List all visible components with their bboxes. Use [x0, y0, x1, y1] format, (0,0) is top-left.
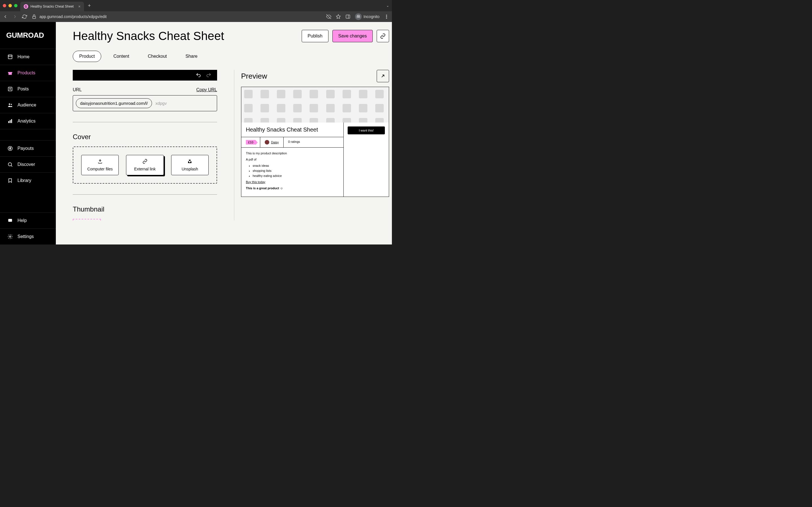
main-content: Healthy Snacks Cheat Sheet Publish Save …: [56, 22, 392, 244]
redo-icon[interactable]: [206, 72, 211, 78]
cover-option-unsplash[interactable]: Unsplash: [171, 155, 209, 175]
eye-off-icon[interactable]: [326, 14, 331, 19]
new-tab-button[interactable]: +: [88, 3, 91, 9]
list-item: shopping lists: [253, 169, 339, 172]
svg-rect-11: [8, 72, 12, 73]
sidebar: GUMROAD Home Products Posts Audience Ana…: [0, 22, 56, 244]
publish-button[interactable]: Publish: [302, 30, 328, 42]
settings-icon: [7, 234, 13, 239]
tab-checkout[interactable]: Checkout: [141, 51, 173, 62]
url-field[interactable]: daisyjonasnutrition1.gumroad.com/l/ xdpg…: [73, 95, 217, 111]
svg-line-23: [11, 165, 12, 166]
url-label: URL: [73, 87, 82, 93]
sidebar-item-analytics[interactable]: Analytics: [0, 113, 56, 129]
tabs: Product Content Checkout Share: [73, 51, 389, 62]
window-close-button[interactable]: [3, 4, 6, 7]
sidebar-item-library[interactable]: Library: [0, 172, 56, 188]
cover-dropzone[interactable]: Computer files External link Unsplash: [73, 147, 217, 184]
sidebar-item-help[interactable]: Help: [0, 212, 56, 228]
tab-share[interactable]: Share: [179, 51, 204, 62]
tab-favicon-icon: G: [24, 4, 28, 9]
undo-icon[interactable]: [196, 72, 201, 78]
want-this-button[interactable]: I want this!: [348, 126, 385, 134]
sidebar-label: Audience: [17, 103, 36, 108]
star-icon[interactable]: [336, 14, 341, 19]
sidebar-label: Payouts: [17, 146, 34, 151]
sidebar-label: Posts: [17, 87, 29, 92]
sidebar-item-posts[interactable]: Posts: [0, 81, 56, 97]
sidebar-label: Help: [17, 218, 27, 223]
link-button[interactable]: [377, 30, 389, 42]
close-tab-icon[interactable]: ×: [78, 4, 80, 9]
sidebar-item-home[interactable]: Home: [0, 49, 56, 65]
svg-point-4: [357, 16, 358, 18]
sidebar-item-products[interactable]: Products: [0, 65, 56, 81]
buy-link[interactable]: Buy this today: [246, 180, 265, 184]
preview-price: £10: [241, 137, 260, 147]
url-prefix: daisyjonasnutrition1.gumroad.com/l/: [76, 98, 152, 108]
list-item: healthy eating advice: [253, 174, 339, 177]
tab-product[interactable]: Product: [73, 51, 101, 62]
kebab-menu-icon[interactable]: [384, 14, 389, 19]
thumbnail-heading: Thumbnail: [73, 205, 217, 213]
svg-rect-20: [11, 119, 12, 123]
sidebar-item-audience[interactable]: Audience: [0, 97, 56, 113]
preview-author[interactable]: Daisy: [260, 137, 284, 147]
thumbnail-dropzone-partial[interactable]: [73, 219, 101, 221]
svg-rect-26: [189, 160, 191, 161]
save-changes-button[interactable]: Save changes: [333, 30, 373, 42]
svg-point-22: [8, 163, 11, 166]
cover-option-computer-files[interactable]: Computer files: [81, 155, 119, 175]
svg-rect-19: [10, 120, 10, 123]
svg-rect-9: [8, 55, 12, 59]
cover-option-external-link[interactable]: External link: [126, 155, 163, 175]
list-item: snack ideas: [253, 164, 339, 167]
avatar-icon: [265, 140, 269, 145]
incognito-badge[interactable]: Incognito: [355, 13, 379, 20]
link-icon: [380, 33, 386, 39]
sidebar-item-settings[interactable]: Settings: [0, 228, 56, 244]
preview-expand-button[interactable]: [377, 70, 389, 82]
svg-rect-18: [8, 121, 9, 123]
expand-icon: [380, 73, 386, 79]
unsplash-icon: [187, 159, 192, 164]
tab-content[interactable]: Content: [107, 51, 136, 62]
window-maximize-button[interactable]: [14, 4, 17, 7]
svg-rect-12: [8, 73, 12, 75]
preview-description: This is my product description A pdf of …: [241, 148, 343, 196]
lock-icon[interactable]: [32, 14, 37, 19]
back-icon[interactable]: [3, 14, 8, 19]
svg-point-25: [10, 236, 11, 237]
incognito-icon: [355, 13, 362, 20]
panel-icon[interactable]: [345, 14, 350, 19]
preview-card: Healthy Snacks Cheat Sheet £10 Daisy 0 r…: [241, 87, 389, 197]
url-slug-input[interactable]: xdpgv: [155, 101, 167, 106]
svg-marker-1: [336, 15, 341, 18]
svg-point-16: [9, 103, 10, 105]
library-icon: [7, 178, 13, 183]
svg-point-8: [386, 18, 387, 18]
logo[interactable]: GUMROAD: [0, 27, 56, 49]
sidebar-item-payouts[interactable]: Payouts: [0, 140, 56, 156]
tabs-chevron-down-icon[interactable]: ⌄: [386, 4, 389, 8]
upload-icon: [98, 159, 103, 164]
svg-point-6: [386, 15, 387, 15]
sidebar-label: Products: [17, 70, 35, 75]
audience-icon: [7, 102, 13, 108]
copy-url-button[interactable]: Copy URL: [196, 87, 217, 93]
browser-titlebar: G Healthy Snacks Cheat Sheet × + ⌄: [0, 0, 392, 11]
sidebar-label: Analytics: [17, 119, 36, 124]
forward-icon[interactable]: [12, 14, 17, 19]
sidebar-item-discover[interactable]: Discover: [0, 156, 56, 172]
url-text[interactable]: app.gumroad.com/products/xdpgv/edit: [40, 14, 107, 19]
svg-rect-2: [346, 15, 350, 18]
preview-ratings: 0 ratings: [284, 137, 305, 147]
sidebar-label: Settings: [17, 234, 34, 239]
browser-tab[interactable]: G Healthy Snacks Cheat Sheet ×: [20, 2, 84, 11]
browser-url-bar: app.gumroad.com/products/xdpgv/edit Inco…: [0, 11, 392, 22]
window-minimize-button[interactable]: [8, 4, 12, 7]
home-icon: [7, 54, 13, 60]
reload-icon[interactable]: [22, 14, 27, 19]
svg-rect-24: [8, 219, 12, 222]
sidebar-label: Home: [17, 54, 30, 59]
